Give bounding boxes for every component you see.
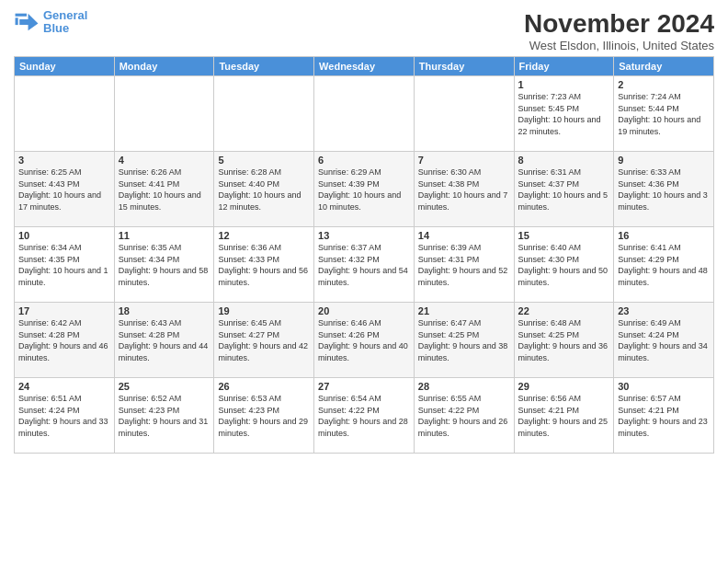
day-number: 26: [218, 381, 310, 392]
day-number: 6: [318, 155, 410, 166]
calendar-cell: [314, 76, 415, 152]
svg-rect-3: [16, 18, 18, 26]
day-info: Sunrise: 6:34 AM Sunset: 4:35 PM Dayligh…: [18, 242, 110, 288]
day-info: Sunrise: 6:52 AM Sunset: 4:23 PM Dayligh…: [119, 393, 210, 439]
calendar-cell: 24Sunrise: 6:51 AM Sunset: 4:24 PM Dayli…: [15, 378, 115, 454]
calendar-cell: 3Sunrise: 6:25 AM Sunset: 4:43 PM Daylig…: [15, 152, 115, 227]
day-number: 25: [119, 381, 210, 392]
day-info: Sunrise: 6:39 AM Sunset: 4:31 PM Dayligh…: [418, 242, 510, 288]
col-tuesday: Tuesday: [214, 57, 314, 76]
day-number: 29: [518, 381, 610, 392]
calendar-cell: 5Sunrise: 6:28 AM Sunset: 4:40 PM Daylig…: [214, 152, 314, 227]
calendar-cell: 9Sunrise: 6:33 AM Sunset: 4:36 PM Daylig…: [614, 152, 714, 227]
calendar-cell: 19Sunrise: 6:45 AM Sunset: 4:27 PM Dayli…: [214, 303, 314, 378]
day-number: 16: [618, 230, 710, 241]
calendar-cell: [114, 76, 214, 152]
day-number: 5: [218, 155, 310, 166]
calendar-cell: 6Sunrise: 6:29 AM Sunset: 4:39 PM Daylig…: [314, 152, 415, 227]
calendar-cell: [414, 76, 514, 152]
col-friday: Friday: [514, 57, 614, 76]
day-info: Sunrise: 6:51 AM Sunset: 4:24 PM Dayligh…: [18, 393, 110, 439]
calendar-cell: 11Sunrise: 6:35 AM Sunset: 4:34 PM Dayli…: [114, 227, 214, 303]
day-number: 15: [518, 230, 610, 241]
day-number: 4: [119, 155, 210, 166]
day-info: Sunrise: 6:37 AM Sunset: 4:32 PM Dayligh…: [318, 242, 410, 288]
day-info: Sunrise: 7:24 AM Sunset: 5:44 PM Dayligh…: [618, 91, 710, 137]
day-number: 17: [18, 305, 110, 316]
day-info: Sunrise: 6:41 AM Sunset: 4:29 PM Dayligh…: [618, 242, 710, 288]
day-info: Sunrise: 6:36 AM Sunset: 4:33 PM Dayligh…: [218, 242, 310, 288]
day-info: Sunrise: 6:47 AM Sunset: 4:25 PM Dayligh…: [418, 317, 510, 363]
calendar-cell: 16Sunrise: 6:41 AM Sunset: 4:29 PM Dayli…: [614, 227, 714, 303]
day-number: 13: [318, 230, 410, 241]
calendar-cell: 30Sunrise: 6:57 AM Sunset: 4:21 PM Dayli…: [614, 378, 714, 454]
calendar-cell: 2Sunrise: 7:24 AM Sunset: 5:44 PM Daylig…: [614, 76, 714, 152]
day-number: 27: [318, 381, 410, 392]
day-info: Sunrise: 6:28 AM Sunset: 4:40 PM Dayligh…: [218, 167, 310, 213]
day-number: 2: [618, 79, 710, 90]
calendar-cell: 4Sunrise: 6:26 AM Sunset: 4:41 PM Daylig…: [114, 152, 214, 227]
calendar-cell: 28Sunrise: 6:55 AM Sunset: 4:22 PM Dayli…: [414, 378, 514, 454]
calendar-cell: 7Sunrise: 6:30 AM Sunset: 4:38 PM Daylig…: [414, 152, 514, 227]
calendar-cell: 21Sunrise: 6:47 AM Sunset: 4:25 PM Dayli…: [414, 303, 514, 378]
page-container: General Blue November 2024 West Elsdon, …: [0, 0, 728, 458]
day-info: Sunrise: 7:23 AM Sunset: 5:45 PM Dayligh…: [518, 91, 610, 137]
day-info: Sunrise: 6:53 AM Sunset: 4:23 PM Dayligh…: [218, 393, 310, 439]
day-number: 20: [318, 305, 410, 316]
day-info: Sunrise: 6:54 AM Sunset: 4:22 PM Dayligh…: [318, 393, 410, 439]
calendar-cell: 14Sunrise: 6:39 AM Sunset: 4:31 PM Dayli…: [414, 227, 514, 303]
calendar-cell: 13Sunrise: 6:37 AM Sunset: 4:32 PM Dayli…: [314, 227, 415, 303]
logo-icon: [14, 9, 40, 35]
day-info: Sunrise: 6:43 AM Sunset: 4:28 PM Dayligh…: [119, 317, 210, 363]
calendar-cell: 27Sunrise: 6:54 AM Sunset: 4:22 PM Dayli…: [314, 378, 415, 454]
calendar-header-row: Sunday Monday Tuesday Wednesday Thursday…: [15, 57, 714, 76]
day-number: 3: [18, 155, 110, 166]
day-number: 1: [518, 79, 610, 90]
calendar-week-2: 3Sunrise: 6:25 AM Sunset: 4:43 PM Daylig…: [15, 152, 714, 227]
calendar-cell: 15Sunrise: 6:40 AM Sunset: 4:30 PM Dayli…: [514, 227, 614, 303]
calendar-cell: 17Sunrise: 6:42 AM Sunset: 4:28 PM Dayli…: [15, 303, 115, 378]
day-number: 30: [618, 381, 710, 392]
calendar-week-3: 10Sunrise: 6:34 AM Sunset: 4:35 PM Dayli…: [15, 227, 714, 303]
svg-rect-2: [16, 14, 27, 17]
day-number: 22: [518, 305, 610, 316]
day-info: Sunrise: 6:29 AM Sunset: 4:39 PM Dayligh…: [318, 167, 410, 213]
day-number: 18: [119, 305, 210, 316]
day-info: Sunrise: 6:55 AM Sunset: 4:22 PM Dayligh…: [418, 393, 510, 439]
calendar-cell: 20Sunrise: 6:46 AM Sunset: 4:26 PM Dayli…: [314, 303, 415, 378]
day-info: Sunrise: 6:48 AM Sunset: 4:25 PM Dayligh…: [518, 317, 610, 363]
calendar-cell: 26Sunrise: 6:53 AM Sunset: 4:23 PM Dayli…: [214, 378, 314, 454]
day-number: 7: [418, 155, 510, 166]
month-title: November 2024: [524, 9, 714, 39]
title-block: November 2024 West Elsdon, Illinois, Uni…: [524, 9, 714, 52]
day-number: 23: [618, 305, 710, 316]
calendar-week-4: 17Sunrise: 6:42 AM Sunset: 4:28 PM Dayli…: [15, 303, 714, 378]
day-info: Sunrise: 6:45 AM Sunset: 4:27 PM Dayligh…: [218, 317, 310, 363]
day-info: Sunrise: 6:35 AM Sunset: 4:34 PM Dayligh…: [119, 242, 210, 288]
col-wednesday: Wednesday: [314, 57, 415, 76]
col-saturday: Saturday: [614, 57, 714, 76]
day-info: Sunrise: 6:42 AM Sunset: 4:28 PM Dayligh…: [18, 317, 110, 363]
col-thursday: Thursday: [414, 57, 514, 76]
location: West Elsdon, Illinois, United States: [524, 39, 714, 52]
day-number: 11: [119, 230, 210, 241]
col-monday: Monday: [114, 57, 214, 76]
logo: General Blue: [14, 9, 87, 36]
logo-general: General: [43, 8, 87, 22]
day-info: Sunrise: 6:30 AM Sunset: 4:38 PM Dayligh…: [418, 167, 510, 213]
day-info: Sunrise: 6:57 AM Sunset: 4:21 PM Dayligh…: [618, 393, 710, 439]
day-info: Sunrise: 6:25 AM Sunset: 4:43 PM Dayligh…: [18, 167, 110, 213]
logo-blue: Blue: [43, 21, 69, 35]
calendar-cell: 22Sunrise: 6:48 AM Sunset: 4:25 PM Dayli…: [514, 303, 614, 378]
calendar-cell: [15, 76, 115, 152]
calendar-cell: 10Sunrise: 6:34 AM Sunset: 4:35 PM Dayli…: [15, 227, 115, 303]
col-sunday: Sunday: [15, 57, 115, 76]
day-number: 10: [18, 230, 110, 241]
header: General Blue November 2024 West Elsdon, …: [14, 9, 714, 52]
day-number: 12: [218, 230, 310, 241]
day-number: 19: [218, 305, 310, 316]
day-info: Sunrise: 6:49 AM Sunset: 4:24 PM Dayligh…: [618, 317, 710, 363]
day-info: Sunrise: 6:56 AM Sunset: 4:21 PM Dayligh…: [518, 393, 610, 439]
day-info: Sunrise: 6:46 AM Sunset: 4:26 PM Dayligh…: [318, 317, 410, 363]
calendar-cell: 18Sunrise: 6:43 AM Sunset: 4:28 PM Dayli…: [114, 303, 214, 378]
